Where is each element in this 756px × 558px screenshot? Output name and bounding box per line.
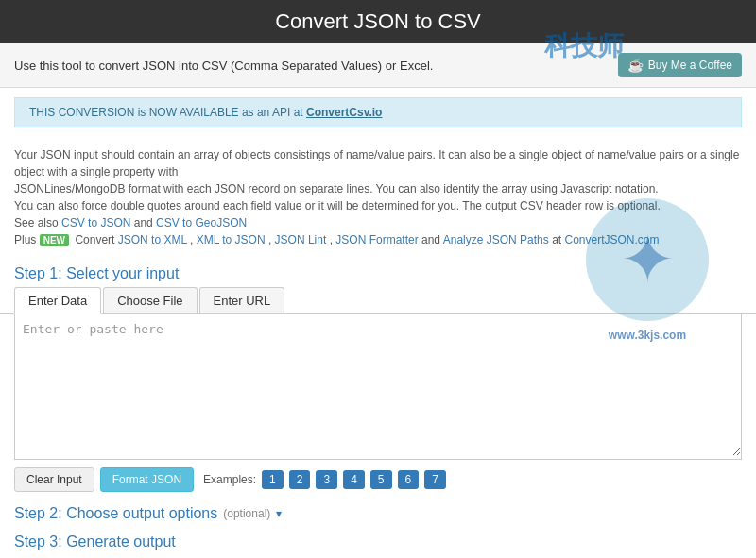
step1-heading: Step 1: Select your input xyxy=(0,258,756,287)
example-5-button[interactable]: 5 xyxy=(370,470,392,489)
header-title: Convert JSON to CSV xyxy=(275,9,481,33)
example-6-button[interactable]: 6 xyxy=(398,470,420,489)
step3-heading: Step 3: Generate output xyxy=(0,528,756,556)
example-1-button[interactable]: 1 xyxy=(262,470,284,489)
convertjson-link[interactable]: ConvertJSON.com xyxy=(564,233,659,246)
coffee-button-label: Buy Me a Coffee xyxy=(648,59,732,72)
examples-label: Examples: xyxy=(203,473,256,486)
step2-heading[interactable]: Step 2: Choose output options (optional)… xyxy=(0,499,756,528)
step2-heading-text: Step 2: Choose output options xyxy=(14,505,217,522)
new-badge: NEW xyxy=(40,234,69,246)
coffee-icon: ☕ xyxy=(627,58,644,73)
example-4-button[interactable]: 4 xyxy=(343,470,365,489)
example-2-button[interactable]: 2 xyxy=(289,470,311,489)
tab-choose-file[interactable]: Choose File xyxy=(103,287,197,313)
tab-enter-url[interactable]: Enter URL xyxy=(199,287,285,313)
description-block: Your JSON input should contain an array … xyxy=(0,137,756,258)
json-to-xml-link[interactable]: JSON to XML xyxy=(118,233,187,246)
api-notice-link[interactable]: ConvertCsv.io xyxy=(306,106,382,119)
json-formatter-link[interactable]: JSON Formatter xyxy=(335,233,418,246)
step2-optional-text: (optional) xyxy=(223,507,270,520)
description-line3: You can also force double quotes around … xyxy=(14,197,742,214)
chevron-down-icon: ▾ xyxy=(276,507,282,520)
input-tabs: Enter Data Choose File Enter URL xyxy=(0,287,756,314)
json-lint-link[interactable]: JSON Lint xyxy=(275,233,327,246)
csv-to-geojson-link[interactable]: CSV to GeoJSON xyxy=(156,216,247,229)
clear-input-button[interactable]: Clear Input xyxy=(14,467,94,492)
analyze-json-link[interactable]: Analyze JSON Paths xyxy=(443,233,549,246)
api-notice-text: THIS CONVERSION is NOW AVAILABLE as an A… xyxy=(29,106,306,119)
description-line4: See also CSV to JSON and CSV to GeoJSON xyxy=(14,214,742,231)
buy-coffee-button[interactable]: ☕ Buy Me a Coffee xyxy=(618,53,742,77)
top-bar: Use this tool to convert JSON into CSV (… xyxy=(0,43,756,88)
action-buttons-row: Clear Input Format JSON Examples: 1 2 3 … xyxy=(0,460,756,499)
description-line1: Your JSON input should contain an array … xyxy=(14,146,742,180)
example-3-button[interactable]: 3 xyxy=(316,470,337,489)
json-input[interactable] xyxy=(15,314,741,456)
tab-enter-data[interactable]: Enter Data xyxy=(14,287,101,314)
top-bar-description: Use this tool to convert JSON into CSV (… xyxy=(14,59,433,73)
xml-to-json-link[interactable]: XML to JSON xyxy=(197,233,266,246)
example-7-button[interactable]: 7 xyxy=(424,470,446,489)
page-title: Convert JSON to CSV xyxy=(0,0,756,43)
csv-to-json-link[interactable]: CSV to JSON xyxy=(61,216,130,229)
input-area xyxy=(14,314,742,460)
description-plus-line: Plus NEW Convert JSON to XML , XML to JS… xyxy=(14,231,742,248)
api-notice: THIS CONVERSION is NOW AVAILABLE as an A… xyxy=(14,97,742,127)
description-line2: JSONLines/MongoDB format with each JSON … xyxy=(14,180,742,197)
format-json-button[interactable]: Format JSON xyxy=(100,467,194,492)
